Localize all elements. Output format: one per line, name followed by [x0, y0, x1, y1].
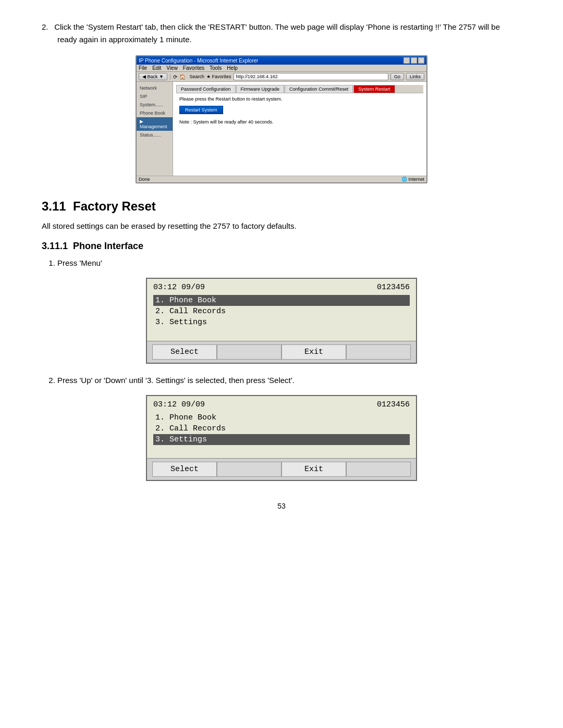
phone-screen-1: 03:12 09/09 0123456 1. Phone Book 2. Cal… — [147, 279, 416, 341]
phone-exit-btn-1[interactable]: Exit — [282, 344, 346, 360]
phone-menu-item-1-1: 1. Phone Book — [153, 295, 410, 306]
phone-time-1: 03:12 09/09 — [153, 283, 205, 292]
section-311-description: All stored settings can be erased by res… — [42, 220, 521, 232]
section-3111: 3.11.1 Phone Interface Press 'Menu' 03:1… — [42, 241, 521, 481]
menu-file: File — [139, 65, 147, 71]
browser-screenshot: IP Phone Configuration - Microsoft Inter… — [136, 55, 427, 183]
phone-empty-btn-1a — [217, 344, 282, 360]
phone-buttons-2: Select Exit — [147, 459, 416, 480]
sidebar-system: System...... — [137, 101, 173, 109]
phone-display-2: 03:12 09/09 0123456 1. Phone Book 2. Cal… — [146, 395, 417, 481]
page-footer: 53 — [42, 502, 521, 510]
menu-edit: Edit — [152, 65, 161, 71]
browser-menubar: File Edit View Favorites Tools Help — [137, 65, 426, 72]
phone-menu-item-2-2: 2. Call Records — [153, 423, 410, 434]
favorites-icon: ★ Favorites — [206, 74, 231, 79]
phone-select-btn-1[interactable]: Select — [152, 344, 217, 360]
browser-main: Password Configuration Firmware Upgrade … — [173, 82, 426, 176]
menu-tools: Tools — [210, 65, 222, 71]
tab-system-restart: System Restart — [353, 85, 395, 93]
browser-close-btn: ✕ — [418, 57, 424, 64]
phone-exit-btn-2[interactable]: Exit — [282, 462, 346, 477]
phone-screen-2: 03:12 09/09 0123456 1. Phone Book 2. Cal… — [147, 396, 416, 459]
menu-view: View — [166, 65, 178, 71]
sidebar-status: Status...... — [137, 131, 173, 139]
browser-minimize-btn: _ — [403, 57, 410, 64]
browser-maximize-btn: □ — [411, 57, 417, 64]
phone-menu-item-1-2: 2. Call Records — [153, 306, 410, 317]
home-icon: 🏠 — [179, 74, 186, 80]
browser-sidebar: Network SIP System...... Phone Book ▶ Ma… — [137, 82, 173, 176]
phone-time-2: 03:12 09/09 — [153, 400, 205, 409]
separator: | — [169, 74, 171, 80]
phone-number-2: 0123456 — [377, 400, 410, 409]
step2-phone-text: Press 'Up' or 'Down' until '3. Settings'… — [57, 376, 295, 385]
sidebar-phonebook: Phone Book — [137, 109, 173, 117]
tab-firmware: Firmware Upgrade — [236, 85, 285, 93]
refresh-icon: ⟳ — [173, 74, 177, 80]
browser-main-content: Please press the Restart button to resta… — [176, 93, 423, 128]
statusbar-internet: 🌐 Internet — [401, 177, 424, 182]
links-btn: Links — [406, 73, 424, 80]
sidebar-network: Network — [137, 84, 173, 92]
phone-menu-item-2-1: 1. Phone Book — [153, 412, 410, 423]
browser-toolbar: ◀ Back ▼ | ⟳ 🏠 Search ★ Favorites Go Lin… — [137, 72, 426, 82]
browser-title: IP Phone Configuration - Microsoft Inter… — [139, 58, 258, 64]
phone-select-btn-2[interactable]: Select — [152, 462, 217, 477]
tab-password: Password Configuration — [176, 85, 236, 93]
statusbar-done: Done — [139, 177, 150, 182]
phone-empty-btn-1b — [346, 344, 411, 360]
page-number: 53 — [277, 502, 286, 510]
address-bar[interactable] — [234, 73, 388, 80]
sidebar-management: ▶ Management — [137, 117, 173, 131]
menu-favorites: Favorites — [183, 65, 204, 71]
phone-status-1: 03:12 09/09 0123456 — [153, 283, 410, 292]
phone-display-1: 03:12 09/09 0123456 1. Phone Book 2. Cal… — [146, 278, 417, 364]
step2-number: 2. — [42, 21, 52, 33]
go-btn: Go — [390, 73, 404, 80]
phone-status-2: 03:12 09/09 0123456 — [153, 400, 410, 409]
section-311: 3.11 Factory Reset All stored settings c… — [42, 199, 521, 232]
phone-number-1: 0123456 — [377, 283, 410, 292]
step-list: Press 'Menu' — [57, 257, 521, 269]
browser-content: Network SIP System...... Phone Book ▶ Ma… — [137, 82, 426, 176]
step1-text: Press 'Menu' — [57, 258, 102, 267]
section-311-heading: 3.11 Factory Reset — [42, 199, 521, 214]
browser-statusbar: Done 🌐 Internet — [137, 176, 426, 182]
phone-menu-item-1-3: 3. Settings — [153, 317, 410, 328]
back-btn: ◀ Back ▼ — [139, 73, 167, 80]
restart-system-btn: Restart System — [179, 106, 223, 114]
menu-help: Help — [227, 65, 238, 71]
search-icon: Search — [190, 74, 205, 79]
step2-text: Click the 'System Restart' tab, then cli… — [54, 22, 500, 44]
step1-item: Press 'Menu' — [57, 257, 521, 269]
browser-tabs: Password Configuration Firmware Upgrade … — [176, 85, 423, 93]
browser-note: Note : System will be ready after 40 sec… — [179, 119, 420, 125]
tab-config-commit: Configuration Commit/Reset — [285, 85, 353, 93]
phone-buttons-1: Select Exit — [147, 341, 416, 363]
phone-empty-btn-2b — [346, 462, 411, 477]
step2-phone-item: Press 'Up' or 'Down' until '3. Settings'… — [57, 374, 521, 387]
step-list-2: Press 'Up' or 'Down' until '3. Settings'… — [57, 374, 521, 387]
phone-empty-btn-2a — [217, 462, 282, 477]
phone-menu-item-2-3: 3. Settings — [153, 434, 410, 445]
section-3111-heading: 3.11.1 Phone Interface — [42, 241, 521, 252]
sidebar-sip: SIP — [137, 92, 173, 101]
browser-main-text: Please press the Restart button to resta… — [179, 96, 420, 102]
